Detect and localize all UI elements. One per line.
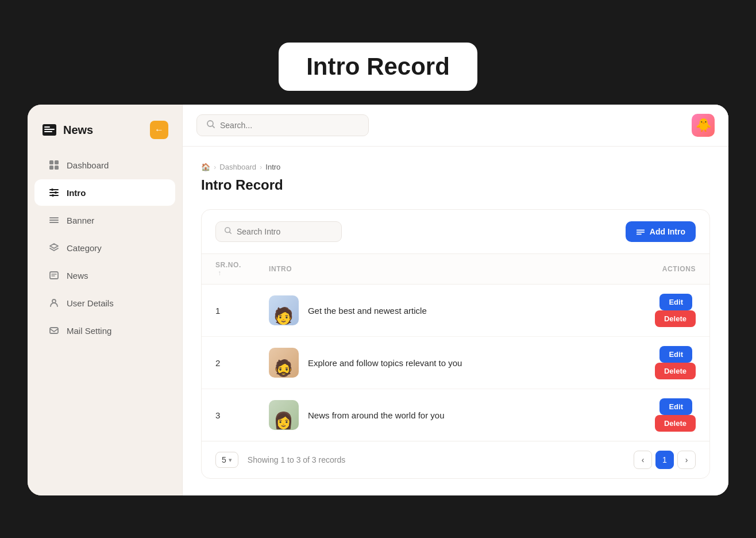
edit-button-1[interactable]: Edit bbox=[659, 294, 692, 310]
next-page-button[interactable]: › bbox=[677, 451, 696, 469]
svg-line-25 bbox=[230, 232, 232, 234]
svg-rect-6 bbox=[49, 166, 53, 170]
svg-point-11 bbox=[51, 189, 53, 191]
delete-button-1[interactable]: Delete bbox=[655, 310, 696, 327]
row-intro-1: 🧑 Get the best and newest article bbox=[255, 285, 618, 337]
svg-rect-1 bbox=[44, 126, 50, 128]
page-title: Intro Record bbox=[201, 177, 710, 193]
nav-label-category: Category bbox=[67, 243, 102, 253]
logo-icon bbox=[41, 122, 57, 138]
intro-thumb-3: 👩 bbox=[269, 400, 299, 430]
breadcrumb-intro: Intro bbox=[265, 163, 280, 171]
svg-rect-3 bbox=[44, 131, 52, 132]
delete-button-3[interactable]: Delete bbox=[655, 415, 696, 432]
table-search-input[interactable] bbox=[237, 227, 333, 236]
prev-page-button[interactable]: ‹ bbox=[634, 451, 652, 469]
sidebar-item-user-details[interactable]: User Details bbox=[34, 290, 175, 316]
nav-label-intro: Intro bbox=[67, 188, 86, 198]
breadcrumb-home-icon[interactable]: 🏠 bbox=[201, 163, 210, 171]
row-actions-2: Edit Delete bbox=[618, 337, 709, 389]
app-window: News ← Dashboard bbox=[28, 105, 728, 495]
per-page-select[interactable]: 5 ▾ bbox=[215, 452, 238, 468]
row-sr-1: 1 bbox=[202, 285, 255, 337]
breadcrumb: 🏠 › Dashboard › Intro bbox=[201, 163, 710, 171]
layers-icon bbox=[48, 242, 60, 253]
breadcrumb-dashboard[interactable]: Dashboard bbox=[219, 163, 256, 171]
edit-button-3[interactable]: Edit bbox=[659, 398, 692, 415]
add-intro-label: Add Intro bbox=[650, 227, 685, 236]
avatar-emoji: 🐥 bbox=[696, 118, 711, 133]
delete-button-2[interactable]: Delete bbox=[655, 363, 696, 379]
row-actions-1: Edit Delete bbox=[618, 285, 709, 337]
sidebar: News ← Dashboard bbox=[28, 105, 183, 495]
row-sr-3: 3 bbox=[202, 389, 255, 441]
main-content: 🐥 🏠 › Dashboard › Intro Intro Record bbox=[183, 105, 728, 495]
intro-text-3: News from around the world for you bbox=[308, 410, 445, 420]
svg-rect-21 bbox=[50, 328, 58, 333]
sidebar-item-dashboard[interactable]: Dashboard bbox=[34, 152, 175, 178]
user-icon bbox=[48, 297, 60, 309]
svg-point-20 bbox=[52, 299, 56, 303]
col-header-srno: SR.NO. ↑ bbox=[202, 254, 255, 285]
table-row: 2 🧔 Explore and follow topics relevant t… bbox=[202, 337, 709, 389]
col-header-actions: ACTIONS bbox=[618, 254, 709, 285]
table-search-box[interactable] bbox=[215, 221, 342, 242]
search-icon bbox=[206, 120, 215, 131]
nav-label-banner: Banner bbox=[67, 216, 94, 225]
svg-point-13 bbox=[52, 194, 54, 197]
edit-button-2[interactable]: Edit bbox=[659, 346, 692, 363]
newspaper-icon bbox=[48, 270, 60, 281]
sliders-icon bbox=[48, 187, 60, 198]
sidebar-item-category[interactable]: Category bbox=[34, 235, 175, 261]
sidebar-app-name: News bbox=[63, 124, 93, 137]
app-inner: News ← Dashboard bbox=[28, 105, 728, 495]
svg-rect-7 bbox=[55, 166, 59, 170]
chevron-down-icon: ▾ bbox=[229, 456, 232, 464]
nav-label-mail-setting: Mail Setting bbox=[67, 326, 111, 336]
col-header-intro: INTRO bbox=[255, 254, 618, 285]
sidebar-header: News ← bbox=[28, 116, 182, 151]
row-sr-2: 2 bbox=[202, 337, 255, 389]
page-content: 🏠 › Dashboard › Intro Intro Record bbox=[183, 147, 728, 495]
intro-thumb-1: 🧑 bbox=[269, 295, 299, 325]
row-intro-2: 🧔 Explore and follow topics relevant to … bbox=[255, 337, 618, 389]
add-intro-button[interactable]: Add Intro bbox=[626, 221, 696, 242]
table-row: 1 🧑 Get the best and newest article bbox=[202, 285, 709, 337]
avatar-button[interactable]: 🐥 bbox=[692, 114, 715, 137]
svg-rect-2 bbox=[44, 129, 55, 130]
sidebar-item-intro[interactable]: Intro bbox=[34, 179, 175, 206]
svg-rect-17 bbox=[50, 272, 58, 279]
intro-text-2: Explore and follow topics relevant to yo… bbox=[308, 358, 462, 368]
svg-rect-4 bbox=[49, 160, 53, 164]
mail-icon bbox=[48, 325, 60, 336]
sidebar-logo: News bbox=[41, 122, 93, 138]
outer-title-card: Intro Record bbox=[279, 43, 477, 91]
back-arrow-button[interactable]: ← bbox=[150, 121, 168, 139]
intro-thumb-2: 🧔 bbox=[269, 348, 299, 378]
sidebar-item-news[interactable]: News bbox=[34, 262, 175, 289]
page-1-button[interactable]: 1 bbox=[655, 451, 674, 469]
table-search-icon bbox=[224, 226, 232, 237]
svg-point-12 bbox=[55, 191, 57, 194]
sidebar-item-mail-setting[interactable]: Mail Setting bbox=[34, 317, 175, 344]
global-search-input[interactable] bbox=[220, 121, 359, 130]
grid-icon bbox=[48, 159, 60, 171]
table-toolbar: Add Intro bbox=[202, 210, 709, 253]
menu-icon bbox=[48, 214, 60, 226]
sidebar-item-banner[interactable]: Banner bbox=[34, 207, 175, 233]
table-row: 3 👩 News from around the world for you bbox=[202, 389, 709, 441]
global-search-box[interactable] bbox=[196, 114, 369, 136]
svg-rect-5 bbox=[55, 160, 59, 164]
table-card: Add Intro SR.NO. ↑ INTRO bbox=[201, 209, 710, 479]
per-page-value: 5 bbox=[222, 455, 226, 464]
topbar: 🐥 bbox=[183, 105, 728, 147]
nav-label-news: News bbox=[67, 271, 88, 280]
records-info: Showing 1 to 3 of 3 records bbox=[248, 455, 345, 464]
nav-label-user-details: User Details bbox=[67, 298, 114, 308]
intro-table: SR.NO. ↑ INTRO ACTIONS 1 bbox=[202, 253, 709, 441]
table-footer: 5 ▾ Showing 1 to 3 of 3 records ‹ 1 › bbox=[202, 441, 709, 478]
svg-line-23 bbox=[213, 126, 214, 128]
row-intro-3: 👩 News from around the world for you bbox=[255, 389, 618, 441]
outer-title: Intro Record bbox=[306, 53, 450, 80]
pagination: ‹ 1 › bbox=[634, 451, 696, 469]
